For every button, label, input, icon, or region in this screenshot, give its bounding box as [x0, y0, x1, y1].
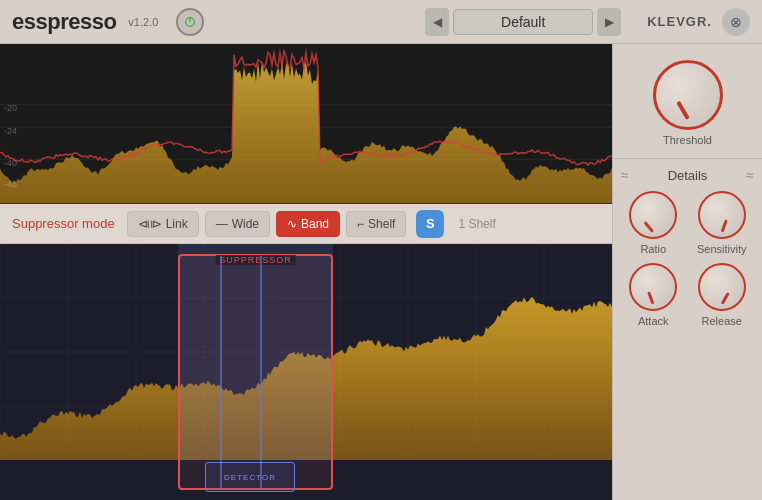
- spectrum-display: -20 -24 -40 -46: [0, 44, 612, 204]
- right-panel: Threshold ≈ Details ≈ Ratio: [612, 44, 762, 500]
- detector-label: DETECTOR: [224, 473, 276, 482]
- header: esspresso v1.2.0 ◀ Default ▶ KLEVGR. ⊗: [0, 0, 762, 44]
- preset-name: Default: [453, 9, 593, 35]
- mode-link-label: Link: [166, 217, 188, 231]
- v-line-1: [220, 256, 222, 488]
- knobs-grid: Ratio Sensitivity Attack: [621, 191, 754, 327]
- wide-icon: —: [216, 217, 228, 231]
- threshold-label: Threshold: [663, 134, 712, 146]
- details-header: ≈ Details ≈: [621, 167, 754, 183]
- band-icon: ∿: [287, 217, 297, 231]
- preset-next-button[interactable]: ▶: [597, 8, 621, 36]
- s-icon: S: [426, 216, 435, 231]
- suppressor-label: SUPPRESSOR: [215, 255, 296, 265]
- preset-prev-button[interactable]: ◀: [425, 8, 449, 36]
- shelf-icon: ⌐: [357, 217, 364, 231]
- mode-bar: Suppressor mode ⧏⧐ Link — Wide ∿ Band ⌐ …: [0, 204, 612, 244]
- preset-nav: ◀ Default ▶: [425, 8, 621, 36]
- sensitivity-knob-container: Sensitivity: [690, 191, 755, 255]
- attack-indicator: [647, 291, 654, 304]
- suppressor-mode-label: Suppressor mode: [12, 216, 115, 231]
- grid-label-40: -40: [4, 158, 17, 168]
- ratio-label: Ratio: [640, 243, 666, 255]
- release-knob[interactable]: [698, 263, 746, 311]
- mode-link-button[interactable]: ⧏⧐ Link: [127, 211, 199, 237]
- mode-shelf-button[interactable]: ⌐ Shelf: [346, 211, 406, 237]
- details-title: Details: [668, 168, 708, 183]
- threshold-knob[interactable]: [653, 60, 723, 130]
- ratio-knob[interactable]: [629, 191, 677, 239]
- power-button[interactable]: [176, 8, 204, 36]
- main-area: -20 -24 -40 -46 Suppressor mode ⧏⧐ Link …: [0, 44, 762, 500]
- attack-knob[interactable]: [629, 263, 677, 311]
- ratio-knob-container: Ratio: [621, 191, 686, 255]
- s-button[interactable]: S: [416, 210, 444, 238]
- v-line-2: [260, 256, 262, 488]
- release-label: Release: [702, 315, 742, 327]
- tilde-right-icon: ≈: [746, 167, 754, 183]
- release-indicator: [720, 292, 729, 305]
- mode-band-label: Band: [301, 217, 329, 231]
- mode-wide-label: Wide: [232, 217, 259, 231]
- grid-label-20: -20: [4, 103, 17, 113]
- attack-label: Attack: [638, 315, 669, 327]
- shelf-count: 1 Shelf: [458, 217, 495, 231]
- lower-display: SUPPRESSOR DETECTOR: [0, 244, 612, 500]
- mode-shelf-label: Shelf: [368, 217, 395, 231]
- app-logo: esspresso: [12, 9, 116, 35]
- sensitivity-knob[interactable]: [698, 191, 746, 239]
- release-knob-container: Release: [690, 263, 755, 327]
- detector-box: DETECTOR: [205, 462, 295, 492]
- details-section: ≈ Details ≈ Ratio Sensitivity: [613, 159, 762, 500]
- link-icon: ⧏⧐: [138, 217, 162, 231]
- sensitivity-label: Sensitivity: [697, 243, 747, 255]
- threshold-knob-container: Threshold: [653, 60, 723, 146]
- ratio-indicator: [644, 221, 655, 233]
- mode-band-button[interactable]: ∿ Band: [276, 211, 340, 237]
- settings-button[interactable]: ⊗: [722, 8, 750, 36]
- left-panel: -20 -24 -40 -46 Suppressor mode ⧏⧐ Link …: [0, 44, 612, 500]
- settings-icon: ⊗: [730, 14, 742, 30]
- grid-label-46: -46: [4, 179, 17, 189]
- tilde-left-icon: ≈: [621, 167, 629, 183]
- klevgr-logo: KLEVGR.: [647, 14, 712, 29]
- spectrum-canvas: [0, 44, 612, 204]
- attack-knob-container: Attack: [621, 263, 686, 327]
- sensitivity-indicator: [720, 219, 727, 232]
- grid-label-24: -24: [4, 126, 17, 136]
- suppressor-box: SUPPRESSOR: [178, 254, 333, 490]
- mode-wide-button[interactable]: — Wide: [205, 211, 270, 237]
- threshold-area: Threshold: [613, 44, 762, 159]
- threshold-knob-indicator: [676, 101, 689, 120]
- app-version: v1.2.0: [128, 16, 158, 28]
- power-icon: [183, 15, 197, 29]
